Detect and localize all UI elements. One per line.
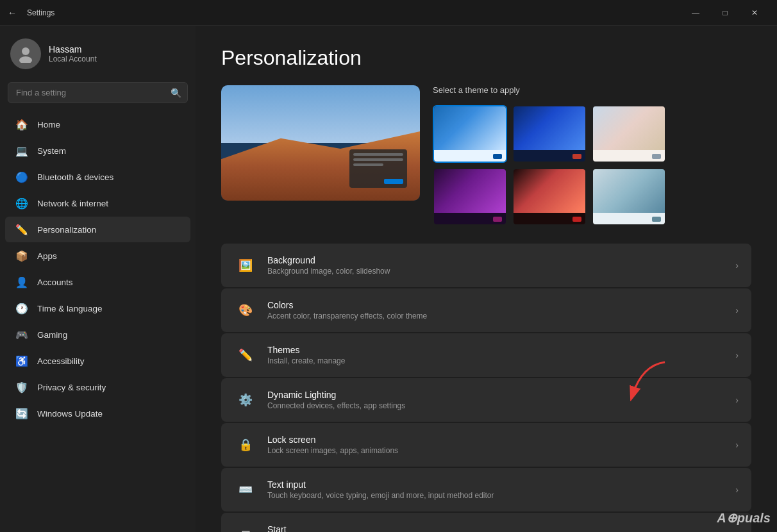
chevron-icon-colors: › (735, 305, 739, 315)
search-icon: 🔍 (171, 88, 181, 98)
theme-thumb-t1[interactable] (433, 105, 507, 163)
update-icon: 🔄 (15, 407, 28, 420)
sidebar-label-bluetooth: Bluetooth & devices (37, 172, 113, 182)
window-line-2 (353, 158, 403, 161)
sidebar-label-update: Windows Update (37, 409, 103, 419)
sidebar-label-time: Time & language (37, 304, 103, 313)
theme-thumb-t6[interactable] (592, 168, 666, 226)
settings-item-dynamic-lighting[interactable]: ⚙️ Dynamic Lighting Connected devices, e… (221, 378, 751, 422)
settings-icon-themes: ✏️ (234, 344, 257, 367)
settings-desc-dynamic-lighting: Connected devices, effects, app settings (267, 401, 725, 410)
settings-desc-themes: Install, create, manage (267, 356, 725, 365)
sidebar-item-network[interactable]: 🌐 Network & internet (5, 190, 190, 216)
sidebar-item-home[interactable]: 🏠 Home (5, 112, 190, 137)
theme-thumb-t3[interactable] (592, 105, 666, 163)
current-theme-preview (221, 85, 420, 201)
sidebar-item-bluetooth[interactable]: 🔵 Bluetooth & devices (5, 164, 190, 190)
settings-title-dynamic-lighting: Dynamic Lighting (267, 390, 725, 400)
sidebar-item-time[interactable]: 🕐 Time & language (5, 295, 190, 321)
window-line-1 (353, 153, 403, 156)
privacy-icon: 🛡️ (15, 381, 28, 394)
theme-img-t4 (434, 169, 506, 213)
settings-text-themes: Themes Install, create, manage (267, 345, 725, 365)
svg-point-1 (19, 56, 32, 63)
theme-label: Select a theme to apply (433, 85, 666, 95)
svg-point-0 (22, 47, 29, 55)
settings-text-start: Start Recent apps, items, folders (267, 524, 725, 532)
settings-text-dynamic-lighting: Dynamic Lighting Connected devices, effe… (267, 390, 725, 410)
theme-grid (433, 105, 666, 226)
sidebar-label-privacy: Privacy & security (37, 383, 106, 392)
sidebar-item-accounts[interactable]: 👤 Accounts (5, 269, 190, 295)
theme-thumb-t4[interactable] (433, 168, 507, 226)
sidebar-label-home: Home (37, 120, 60, 129)
settings-text-lock-screen: Lock screen Lock screen images, apps, an… (267, 435, 725, 455)
close-button[interactable]: ✕ (740, 0, 769, 26)
window-line-3 (353, 163, 383, 166)
settings-title-text-input: Text input (267, 479, 725, 490)
time-icon: 🕐 (15, 302, 28, 315)
theme-section: Select a theme to apply (221, 85, 751, 226)
theme-img-t3 (593, 106, 665, 150)
settings-item-colors[interactable]: 🎨 Colors Accent color, transparency effe… (221, 288, 751, 332)
theme-thumb-t2[interactable] (512, 105, 587, 163)
settings-item-start[interactable]: ⊞ Start Recent apps, items, folders › (221, 513, 751, 532)
settings-desc-colors: Accent color, transparency effects, colo… (267, 312, 725, 320)
chevron-icon-start: › (735, 529, 739, 532)
theme-bar-t6 (593, 213, 665, 226)
chevron-icon-text-input: › (735, 485, 739, 495)
sidebar-item-accessibility[interactable]: ♿ Accessibility (5, 348, 190, 374)
profile-info: Hassam Local Account (49, 44, 97, 63)
window-button (384, 179, 403, 184)
sidebar-nav: 🏠 Home 💻 System 🔵 Bluetooth & devices 🌐 … (0, 111, 196, 427)
settings-icon-text-input: ⌨️ (234, 478, 257, 501)
sidebar-label-personalization: Personalization (37, 225, 96, 235)
theme-dot-t6 (652, 217, 661, 222)
theme-bar-t1 (434, 150, 506, 163)
home-icon: 🏠 (15, 118, 28, 131)
sidebar-item-privacy[interactable]: 🛡️ Privacy & security (5, 374, 190, 400)
sidebar-profile[interactable]: Hassam Local Account (0, 26, 196, 79)
chevron-icon-background: › (735, 260, 739, 270)
settings-text-background: Background Background image, color, slid… (267, 255, 725, 276)
sidebar-item-system[interactable]: 💻 System (5, 138, 190, 163)
maximize-button[interactable]: □ (710, 0, 740, 26)
titlebar: ← Settings — □ ✕ (0, 0, 777, 26)
sidebar-item-update[interactable]: 🔄 Windows Update (5, 401, 190, 426)
window-controls: — □ ✕ (681, 0, 769, 26)
chevron-icon-themes: › (735, 350, 739, 360)
titlebar-title: Settings (27, 8, 681, 17)
sidebar-label-system: System (37, 146, 66, 156)
minimize-button[interactable]: — (681, 0, 710, 26)
sidebar-label-apps: Apps (37, 251, 57, 261)
settings-desc-text-input: Touch keyboard, voice typing, emoji and … (267, 491, 725, 500)
sidebar-item-personalization[interactable]: ✏️ Personalization (5, 217, 190, 242)
accessibility-icon: ♿ (15, 354, 28, 367)
settings-text-colors: Colors Accent color, transparency effect… (267, 300, 725, 320)
theme-bar-t4 (434, 213, 506, 226)
settings-item-text-input[interactable]: ⌨️ Text input Touch keyboard, voice typi… (221, 468, 751, 511)
sidebar-label-accessibility: Accessibility (37, 356, 85, 366)
settings-list: 🖼️ Background Background image, color, s… (221, 244, 751, 532)
gaming-icon: 🎮 (15, 328, 28, 341)
theme-bar-t3 (593, 150, 665, 163)
back-icon[interactable]: ← (8, 8, 17, 18)
search-box[interactable]: 🔍 (8, 82, 188, 103)
theme-dot-t3 (652, 154, 661, 159)
apps-icon: 📦 (15, 249, 28, 262)
theme-img-t6 (593, 169, 665, 213)
search-input[interactable] (8, 82, 188, 103)
sidebar-item-apps[interactable]: 📦 Apps (5, 243, 190, 269)
settings-item-themes[interactable]: ✏️ Themes Install, create, manage › (221, 333, 751, 377)
settings-item-lock-screen[interactable]: 🔒 Lock screen Lock screen images, apps, … (221, 423, 751, 467)
sidebar-item-gaming[interactable]: 🎮 Gaming (5, 322, 190, 347)
settings-icon-lock-screen: 🔒 (234, 433, 257, 456)
settings-text-text-input: Text input Touch keyboard, voice typing,… (267, 479, 725, 500)
settings-title-background: Background (267, 255, 725, 265)
settings-item-background[interactable]: 🖼️ Background Background image, color, s… (221, 244, 751, 287)
theme-img-t2 (514, 106, 585, 150)
settings-icon-dynamic-lighting: ⚙️ (234, 388, 257, 411)
profile-type: Local Account (49, 54, 97, 63)
theme-thumb-t5[interactable] (512, 168, 587, 226)
theme-dot-t5 (572, 217, 581, 222)
